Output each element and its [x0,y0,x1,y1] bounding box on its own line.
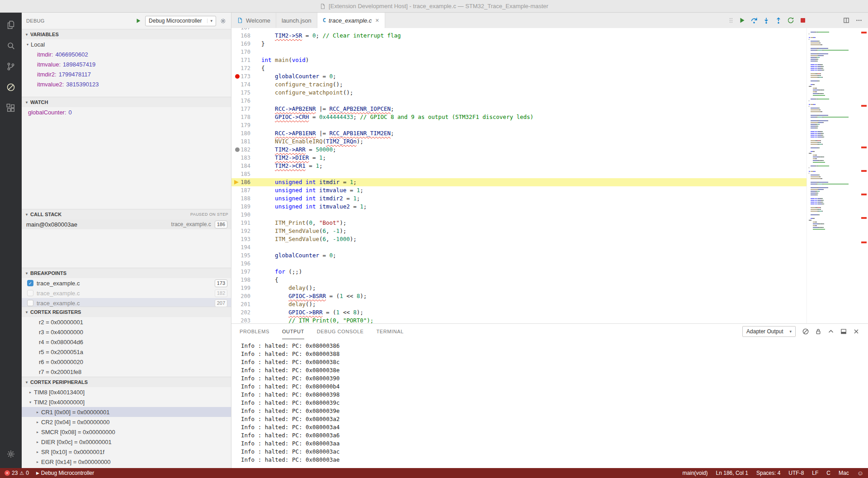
register-item[interactable]: r7 = 0x20001fe8 [22,367,231,377]
code-line[interactable]: 179 [231,121,807,129]
code-line[interactable]: 171int main(void) [231,56,807,64]
code-line[interactable]: 175 configure_watchpoint(); [231,89,807,97]
tab-trace-example-c[interactable]: Ctrace_example.c× [317,13,385,28]
status-item-spaces-4[interactable]: Spaces: 4 [756,470,780,476]
code-line[interactable]: 180 RCC->APB1ENR |= RCC_APB1ENR_TIM2EN; [231,129,807,137]
variable-item[interactable]: itmvalue:1898457419 [22,59,231,69]
activity-bar-extensions[interactable] [0,98,22,118]
variables-scope[interactable]: ▾Local [22,39,231,49]
code-line[interactable]: 195 globalCounter = 0; [231,251,807,260]
activity-bar-explorer[interactable] [0,14,22,35]
feedback-smiley-icon[interactable]: ☺ [857,469,863,477]
breakpoint-item[interactable]: ✓trace_example.c173 [22,278,231,288]
code-line[interactable]: 168 TIM2->SR = 0; // Clear interrupt fla… [231,32,807,40]
cortex-registers-section-header[interactable]: ▾ CORTEX REGISTERS [22,307,231,317]
toggle-panel-layout-button[interactable] [840,328,847,335]
cortex-peripherals-section-header[interactable]: ▾ CORTEX PERIPHERALS [22,377,231,387]
code-line[interactable]: 194 [231,243,807,251]
code-line[interactable]: 182 TIM2->ARR = 50000; [231,146,807,154]
code-line[interactable]: 199 delay(); [231,284,807,292]
code-line[interactable]: 185 [231,170,807,178]
variable-item[interactable]: itmdir:4066950602 [22,49,231,59]
code-line[interactable]: 172{ [231,64,807,72]
code-line[interactable]: 198 { [231,276,807,284]
close-panel-button[interactable] [853,328,860,335]
stop-button[interactable] [799,17,807,24]
register-item[interactable]: r4 = 0x080004d6 [22,337,231,347]
breakpoint-dot-icon[interactable] [235,74,240,79]
activity-bar-search[interactable] [0,35,22,56]
lock-button[interactable] [815,328,822,335]
code-line[interactable]: 200 GPIOC->BSRR = (1 << 8); [231,292,807,300]
code-line[interactable]: 176 [231,97,807,105]
peripheral-item[interactable]: ▸EGR [0x14] = 0x00000000 [22,457,231,467]
peripheral-item[interactable]: ▸CCMR1_Output [0x18] = 0x00000000 [22,467,231,468]
peripheral-item[interactable]: ▸CR1 [0x00] = 0x00000001 [22,407,231,417]
code-line[interactable]: 178 GPIOC->CRH = 0x44444433; // GPIOC 8 … [231,113,807,121]
code-line[interactable]: 203 // ITM_Print(0, "PORT0"); [231,317,807,323]
breakpoints-section-header[interactable]: ▾ BREAKPOINTS [22,268,231,278]
output-channel-select[interactable]: Adapter Output ▾ [742,326,796,337]
watch-item[interactable]: globalCounter:0 [22,107,231,117]
status-item-c[interactable]: C [826,470,830,476]
panel-tab-terminal[interactable]: TERMINAL [377,324,404,339]
code-line[interactable]: 192 ITM_SendValue(6, -1); [231,227,807,235]
code-area[interactable]: 167168 TIM2->SR = 0; // Clear interrupt … [231,28,807,323]
code-line[interactable]: 167 [231,28,807,32]
peripheral-item[interactable]: ▸TIM8 [0x40013400] [22,387,231,397]
panel-tab-problems[interactable]: PROBLEMS [240,324,269,339]
tab-launch-json[interactable]: launch.json [276,13,317,28]
debug-status[interactable]: ▶ Debug Microcontroller [36,470,94,476]
code-line[interactable]: 184 TIM2->CR1 = 1; [231,162,807,170]
code-line[interactable]: 170 [231,48,807,56]
code-line[interactable]: 190 [231,211,807,219]
code-line[interactable]: 197 for (;;) [231,268,807,276]
peripheral-item[interactable]: ▸CR2 [0x04] = 0x00000000 [22,417,231,427]
code-line[interactable]: 193 ITM_SendValue(6, -1000); [231,235,807,243]
configure-launch-gear-button[interactable] [220,18,226,24]
register-item[interactable]: r3 = 0x40000000 [22,327,231,337]
register-item[interactable]: r6 = 0x00000020 [22,357,231,367]
activity-bar-source-control[interactable] [0,56,22,77]
code-line[interactable]: 177 RCC->APB2ENR |= RCC_APB2ENR_IOPCEN; [231,105,807,113]
breakpoint-item[interactable]: trace_example.c207 [22,298,231,307]
disabled-breakpoint-dot-icon[interactable] [235,147,240,152]
code-line[interactable]: 189 unsigned int itmvalue2 = 1; [231,203,807,211]
panel-tab-debug-console[interactable]: DEBUG CONSOLE [317,324,364,339]
problems-status[interactable]: × 23 ⚠ 0 [5,470,29,476]
peripheral-item[interactable]: ▸DIER [0x0c] = 0x00000001 [22,437,231,447]
close-icon[interactable]: × [375,17,379,24]
call-stack-section-header[interactable]: ▾ CALL STACK PAUSED ON STEP [22,209,231,219]
peripheral-item[interactable]: ▸SR [0x10] = 0x0000001f [22,447,231,457]
variable-item[interactable]: itmvalue2:3815390123 [22,79,231,89]
step-out-button[interactable] [775,17,782,24]
watch-section-header[interactable]: ▾ WATCH [22,97,231,107]
peripheral-item[interactable]: ▸SMCR [0x08] = 0x00000000 [22,427,231,437]
register-item[interactable]: r5 = 0x2000051a [22,347,231,357]
code-line[interactable]: 196 [231,260,807,268]
code-line[interactable]: 187 unsigned int itmvalue = 1; [231,186,807,194]
clear-output-button[interactable] [802,328,809,335]
register-item[interactable]: r2 = 0x00000001 [22,317,231,327]
tab-welcome[interactable]: Welcome [231,13,276,28]
more-actions-button[interactable] [855,17,863,24]
maximize-panel-button[interactable] [827,328,835,335]
code-line[interactable]: 191 ITM_Print(0, "Boot"); [231,219,807,227]
code-line[interactable]: 169} [231,40,807,48]
breakpoint-checkbox[interactable] [27,290,33,296]
code-line[interactable]: 202 GPIOC->BRR = (1 << 8); [231,308,807,317]
breakpoint-checkbox[interactable] [27,300,33,306]
code-line[interactable]: 174 configure_tracing(); [231,80,807,89]
activity-bar-settings[interactable] [0,444,22,464]
status-item-lf[interactable]: LF [812,470,818,476]
code-line[interactable]: 201 delay(); [231,300,807,308]
output-log[interactable]: Info : halted: PC: 0x08000386Info : halt… [231,339,868,468]
launch-config-select[interactable]: Debug Microcontroller ▾ [145,16,216,26]
drag-handle-button[interactable] [729,17,733,24]
variable-item[interactable]: itmdir2:1799478117 [22,69,231,79]
overview-ruler[interactable] [856,28,868,323]
status-item-mac[interactable]: Mac [839,470,849,476]
variables-section-header[interactable]: ▾ VARIABLES [22,29,231,39]
minimap[interactable] [807,28,856,323]
panel-tab-output[interactable]: OUTPUT [282,324,304,339]
